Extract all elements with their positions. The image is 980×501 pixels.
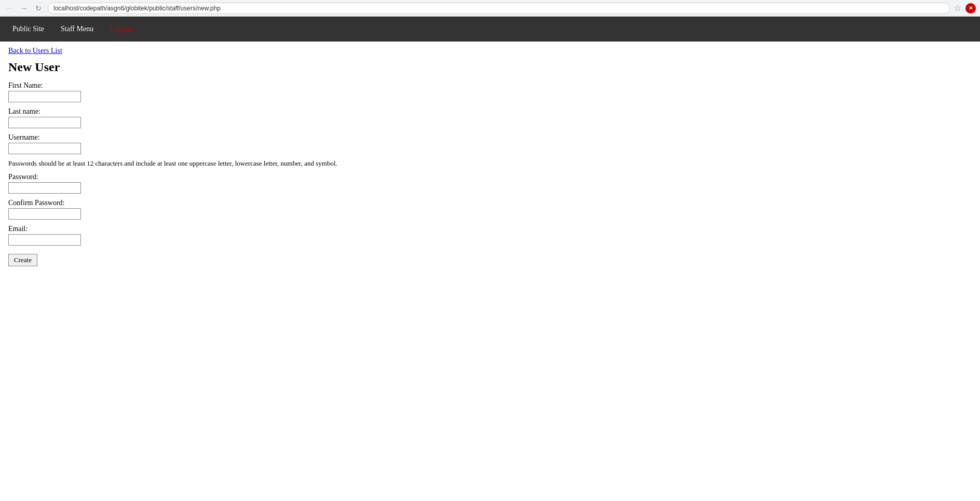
address-bar[interactable]	[48, 3, 950, 14]
staff-menu-link[interactable]: Staff Menu	[52, 18, 102, 40]
back-to-users-link[interactable]: Back to Users List	[8, 47, 62, 55]
email-input[interactable]	[8, 234, 81, 246]
reload-button[interactable]: ↻	[33, 3, 44, 13]
back-button[interactable]: ←	[4, 3, 15, 13]
first-name-input[interactable]	[8, 91, 81, 102]
password-label: Password:	[8, 173, 972, 181]
confirm-password-input[interactable]	[8, 208, 81, 220]
first-name-label: First Name:	[8, 82, 972, 90]
page-title: New User	[8, 60, 972, 74]
username-input[interactable]	[8, 143, 81, 154]
last-name-label: Last name:	[8, 107, 972, 116]
browser-chrome: ← → ↻ ☆ ✕	[0, 0, 980, 17]
new-user-form: First Name: Last name: Username: Passwor…	[8, 82, 972, 266]
email-label: Email:	[8, 225, 972, 233]
page-content: Back to Users List New User First Name: …	[0, 42, 980, 272]
create-button[interactable]: Create	[8, 254, 37, 266]
public-site-link[interactable]: Public Site	[4, 18, 52, 40]
stop-button[interactable]: ✕	[965, 3, 976, 13]
navbar: Public Site Staff Menu Log out	[0, 17, 980, 42]
last-name-input[interactable]	[8, 117, 81, 128]
forward-button[interactable]: →	[19, 3, 29, 13]
username-label: Username:	[8, 133, 972, 142]
password-hint: Passwords should be at least 12 characte…	[8, 159, 972, 168]
password-input[interactable]	[8, 182, 81, 194]
confirm-password-label: Confirm Password:	[8, 199, 972, 207]
bookmark-icon: ☆	[954, 3, 961, 13]
logout-link[interactable]: Log out	[102, 18, 141, 40]
